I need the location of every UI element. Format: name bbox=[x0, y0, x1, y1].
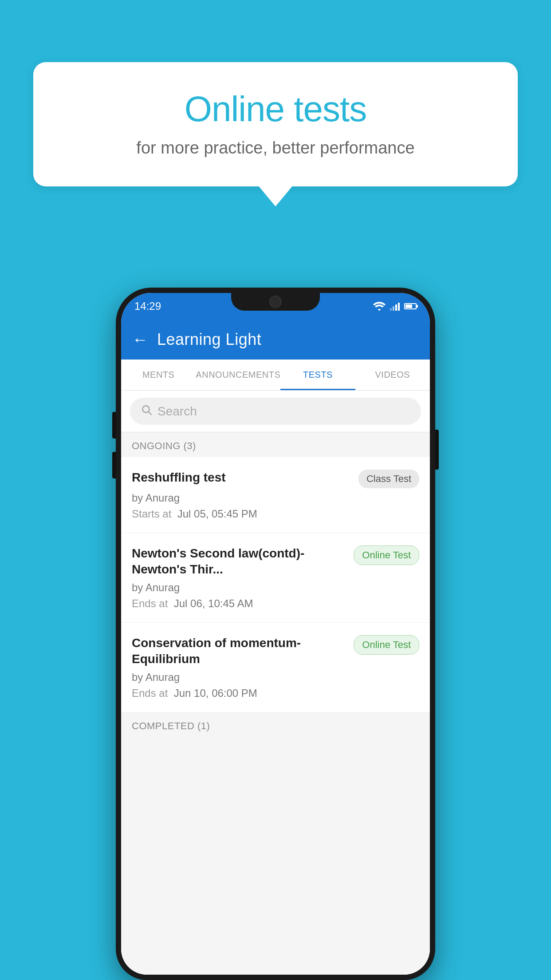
date-label: Starts at bbox=[132, 508, 171, 520]
date-value: Jun 10, 06:00 PM bbox=[174, 687, 257, 699]
test-date: Ends at Jul 06, 10:45 AM bbox=[132, 597, 419, 610]
phone-notch bbox=[231, 293, 320, 311]
list-item[interactable]: Newton's Second law(contd)-Newton's Thir… bbox=[121, 533, 430, 623]
volume-down-button[interactable] bbox=[112, 452, 116, 478]
date-value: Jul 06, 10:45 AM bbox=[174, 597, 253, 609]
date-label: Ends at bbox=[132, 687, 168, 699]
test-author: by Anurag bbox=[132, 492, 419, 504]
speech-bubble-title: Online tests bbox=[69, 89, 482, 130]
test-item-row: Newton's Second law(contd)-Newton's Thir… bbox=[132, 545, 419, 578]
test-item-row: Reshuffling test Class Test bbox=[132, 470, 419, 488]
ongoing-section-header: ONGOING (3) bbox=[121, 432, 430, 457]
wifi-icon bbox=[373, 302, 386, 311]
search-icon bbox=[141, 404, 152, 419]
tab-videos[interactable]: VIDEOS bbox=[355, 360, 430, 390]
tab-ments[interactable]: MENTS bbox=[121, 360, 196, 390]
power-button[interactable] bbox=[435, 430, 439, 470]
test-author: by Anurag bbox=[132, 581, 419, 594]
svg-line-1 bbox=[149, 412, 151, 415]
test-title: Conservation of momentum-Equilibrium bbox=[132, 635, 346, 668]
test-badge: Online Test bbox=[354, 635, 419, 655]
search-container: Search bbox=[121, 391, 430, 432]
test-badge: Online Test bbox=[354, 545, 419, 565]
app-bar: ← Learning Light bbox=[121, 320, 430, 360]
search-input-wrapper[interactable]: Search bbox=[130, 398, 421, 425]
test-author: by Anurag bbox=[132, 671, 419, 684]
phone-frame: 14:29 bbox=[116, 288, 435, 980]
content-area[interactable]: Search ONGOING (3) Reshuffling test Clas… bbox=[121, 391, 430, 975]
tab-announcements[interactable]: ANNOUNCEMENTS bbox=[196, 360, 280, 390]
speech-bubble-container: Online tests for more practice, better p… bbox=[33, 62, 518, 186]
list-item[interactable]: Reshuffling test Class Test by Anurag St… bbox=[121, 457, 430, 533]
list-item[interactable]: Conservation of momentum-Equilibrium Onl… bbox=[121, 623, 430, 712]
signal-icon bbox=[390, 302, 400, 311]
speech-bubble-subtitle: for more practice, better performance bbox=[69, 138, 482, 158]
test-date: Ends at Jun 10, 06:00 PM bbox=[132, 687, 419, 699]
status-icons bbox=[373, 302, 417, 311]
test-badge: Class Test bbox=[358, 470, 419, 488]
search-placeholder-text: Search bbox=[157, 404, 197, 419]
date-value: Jul 05, 05:45 PM bbox=[177, 508, 257, 520]
date-label: Ends at bbox=[132, 597, 168, 609]
battery-icon bbox=[404, 303, 417, 309]
volume-up-button[interactable] bbox=[112, 412, 116, 439]
front-camera bbox=[269, 296, 282, 308]
test-title: Newton's Second law(contd)-Newton's Thir… bbox=[132, 545, 346, 578]
test-date: Starts at Jul 05, 05:45 PM bbox=[132, 508, 419, 520]
test-item-row: Conservation of momentum-Equilibrium Onl… bbox=[132, 635, 419, 668]
back-button[interactable]: ← bbox=[132, 330, 148, 349]
tabs-bar: MENTS ANNOUNCEMENTS TESTS VIDEOS bbox=[121, 360, 430, 391]
app-bar-title: Learning Light bbox=[157, 330, 261, 349]
completed-section-header: COMPLETED (1) bbox=[121, 712, 430, 737]
status-time: 14:29 bbox=[134, 300, 161, 312]
test-title: Reshuffling test bbox=[132, 470, 351, 486]
speech-bubble: Online tests for more practice, better p… bbox=[33, 62, 518, 186]
tab-tests[interactable]: TESTS bbox=[280, 360, 355, 390]
phone-screen: 14:29 bbox=[121, 293, 430, 975]
